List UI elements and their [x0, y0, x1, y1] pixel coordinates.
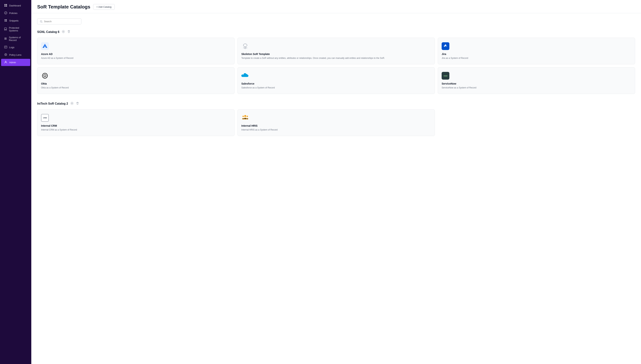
sidebar-item-label: Logs	[9, 46, 14, 49]
crm-name: Internal CRM	[41, 124, 231, 127]
svg-point-37	[71, 103, 73, 104]
svg-rect-5	[5, 19, 6, 20]
skeleton-icon	[241, 42, 249, 50]
add-catalog-label: + Add Catalog	[96, 6, 111, 8]
svg-line-34	[46, 77, 47, 78]
azure-ad-card[interactable]: Azure AD Azure AD as a System of Record	[37, 38, 235, 64]
azure-ad-name: Azure AD	[41, 52, 231, 56]
initech-card-grid: CRM Internal CRM Internal CRM as a Syste…	[37, 110, 635, 136]
add-catalog-button[interactable]: + Add Catalog	[93, 4, 114, 10]
salesforce-desc: Salesforce as a System of Record	[241, 86, 431, 89]
svg-rect-0	[5, 4, 6, 5]
svg-point-18	[5, 61, 6, 62]
okta-icon-wrap	[41, 72, 49, 80]
servicenow-icon: now	[442, 72, 449, 80]
skeleton-name: Skeleton SoR Template	[241, 52, 431, 56]
azure-ad-icon	[41, 42, 49, 50]
sgnl-catalog-settings-button[interactable]	[61, 30, 65, 34]
svg-rect-13	[5, 38, 7, 39]
sidebar-item-admin[interactable]: Admin	[1, 59, 30, 66]
protected-systems-icon	[4, 28, 7, 31]
sidebar-item-label: Snippets	[9, 19, 19, 22]
content-area: SGNL Catalog 6	[31, 13, 641, 148]
initech-catalog-title: IniTech SoR Catalog 2	[37, 102, 68, 105]
sidebar-item-policies[interactable]: Policies	[1, 10, 30, 17]
sidebar-item-protected-systems[interactable]: Protected Systems	[1, 25, 30, 34]
sgnl-catalog-delete-button[interactable]	[67, 30, 71, 34]
sidebar-item-label: Protected Systems	[9, 26, 27, 32]
sidebar-item-label: Dashboard	[9, 4, 21, 7]
initech-catalog-delete-button[interactable]	[76, 101, 80, 106]
salesforce-name: Salesforce	[241, 82, 431, 85]
svg-point-44	[244, 118, 246, 119]
jira-icon	[442, 42, 449, 50]
policies-icon	[4, 12, 7, 15]
sidebar-item-label: Policy Lens	[9, 54, 21, 56]
admin-icon	[4, 61, 7, 64]
page-title: SoR Template Catalogs	[37, 4, 90, 10]
sidebar-item-systems-of-record[interactable]: Systems of Record	[1, 34, 30, 44]
svg-point-42	[247, 116, 248, 117]
crm-icon-wrap: CRM	[41, 114, 49, 122]
sgnl-catalog-title: SGNL Catalog 6	[37, 30, 60, 34]
initech-catalog-settings-button[interactable]	[70, 101, 74, 106]
svg-line-35	[46, 74, 47, 74]
jira-name: Jira	[442, 52, 631, 56]
initech-catalog-actions	[70, 101, 80, 106]
hris-name: Internal HRIS	[241, 124, 431, 127]
servicenow-name: ServiceNow	[442, 82, 631, 85]
skeleton-desc: Template to create a SoR without any ent…	[241, 56, 431, 60]
svg-point-11	[5, 30, 5, 30]
sidebar-item-label: Systems of Record	[9, 36, 27, 42]
svg-point-40	[243, 116, 244, 117]
svg-rect-6	[6, 19, 7, 20]
sgnl-catalog-header: SGNL Catalog 6	[37, 30, 635, 34]
svg-rect-2	[5, 6, 6, 6]
svg-line-25	[243, 47, 244, 48]
hris-desc: Internal HRIS as a System of Record	[241, 128, 431, 132]
svg-point-46	[247, 118, 248, 119]
svg-rect-8	[6, 20, 7, 22]
sidebar-item-policy-lens[interactable]: Policy Lens	[1, 51, 30, 58]
sgnl-catalog-section: SGNL Catalog 6	[37, 30, 635, 94]
internal-crm-card[interactable]: CRM Internal CRM Internal CRM as a Syste…	[37, 110, 235, 136]
servicenow-desc: ServiceNow as a System of Record	[442, 86, 631, 89]
salesforce-card[interactable]: Salesforce Salesforce as a System of Rec…	[238, 67, 435, 94]
svg-line-33	[43, 74, 44, 74]
azure-ad-desc: Azure AD as a System of Record	[41, 56, 231, 60]
svg-point-17	[5, 54, 6, 55]
svg-rect-1	[6, 4, 7, 5]
okta-desc: Okta as a System of Record	[41, 86, 231, 89]
sidebar-item-snippets[interactable]: Snippets	[1, 17, 30, 24]
systems-of-record-icon	[4, 37, 7, 41]
search-input[interactable]	[44, 20, 79, 23]
search-wrap	[37, 18, 81, 24]
jira-card[interactable]: Jira Jira as a System of Record	[438, 38, 635, 64]
jira-desc: Jira as a System of Record	[442, 56, 631, 60]
okta-card[interactable]: Okta Okta as a System of Record	[37, 67, 235, 94]
internal-hris-card[interactable]: Internal HRIS Internal HRIS as a System …	[238, 110, 435, 136]
svg-rect-9	[5, 28, 7, 30]
servicenow-card[interactable]: now ServiceNow ServiceNow as a System of…	[438, 67, 635, 94]
sidebar: Dashboard Policies Snippets Protected Sy…	[0, 0, 31, 364]
sidebar-item-label: Admin	[9, 61, 16, 64]
svg-point-45	[243, 118, 244, 119]
trash-icon	[76, 102, 79, 105]
okta-name: Okta	[41, 82, 231, 85]
svg-rect-15	[5, 46, 7, 48]
svg-rect-3	[6, 6, 7, 6]
snippets-icon	[4, 19, 7, 22]
skeleton-card[interactable]: Skeleton SoR Template Template to create…	[238, 38, 435, 64]
sidebar-item-label: Policies	[9, 12, 18, 14]
svg-point-20	[63, 31, 64, 32]
search-icon	[40, 20, 43, 23]
sgnl-card-grid: Azure AD Azure AD as a System of Record	[37, 38, 635, 94]
salesforce-icon	[241, 72, 249, 80]
svg-line-36	[43, 77, 44, 78]
dashboard-icon	[4, 4, 7, 7]
svg-point-28	[44, 75, 46, 77]
sidebar-item-dashboard[interactable]: Dashboard	[1, 2, 30, 9]
svg-point-38	[244, 115, 246, 117]
policy-lens-icon	[4, 53, 7, 56]
sidebar-item-logs[interactable]: Logs	[1, 44, 30, 51]
